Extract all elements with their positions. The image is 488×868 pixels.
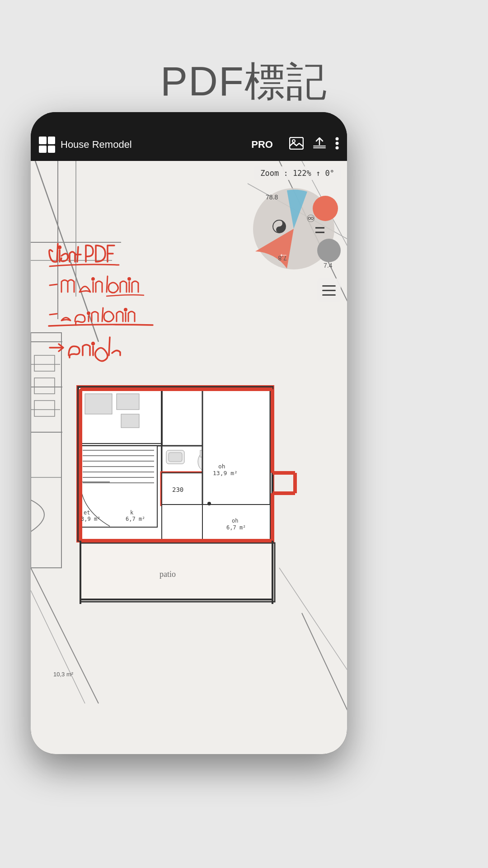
svg-rect-73 [80, 543, 275, 602]
handwriting-annotations [40, 231, 248, 387]
svg-text:oh: oh [218, 463, 225, 470]
svg-rect-2 [313, 146, 326, 146]
svg-point-4 [336, 137, 339, 140]
svg-rect-0 [290, 137, 303, 149]
svg-rect-64 [169, 453, 182, 462]
svg-text:6,7 m²: 6,7 m² [126, 516, 145, 522]
svg-text:♾: ♾ [306, 213, 315, 224]
svg-rect-50 [117, 394, 139, 410]
svg-text:oh: oh [232, 518, 238, 524]
svg-point-41 [92, 278, 94, 280]
svg-point-45 [92, 343, 94, 345]
pro-badge: PRO [251, 139, 273, 151]
header-icons [289, 137, 339, 153]
phone-frame: House Remodel PRO [31, 112, 347, 754]
hamburger-menu[interactable] [317, 278, 341, 302]
svg-rect-49 [85, 394, 112, 414]
svg-rect-51 [121, 414, 139, 428]
grid-icon[interactable] [39, 137, 55, 153]
svg-point-43 [88, 312, 90, 315]
svg-text:et: et [84, 509, 90, 516]
svg-rect-3 [313, 147, 326, 148]
svg-rect-71 [162, 505, 202, 541]
svg-text:7.8: 7.8 [278, 255, 287, 262]
svg-text:3,9 m²: 3,9 m² [81, 516, 100, 522]
svg-point-5 [336, 142, 339, 145]
svg-point-36 [313, 196, 338, 221]
svg-point-40 [59, 246, 61, 249]
svg-text:10,3 m²: 10,3 m² [53, 671, 74, 678]
app-name: House Remodel [61, 139, 246, 151]
svg-point-37 [317, 239, 341, 262]
svg-point-42 [128, 278, 131, 280]
svg-point-6 [336, 146, 339, 149]
svg-point-92 [207, 502, 211, 505]
svg-text:patio: patio [160, 570, 176, 579]
svg-point-44 [125, 309, 127, 311]
content-area: Zoom : 122% ↑ 0° → 78.8 ♾ [31, 161, 347, 754]
svg-text:6,7 m²: 6,7 m² [226, 524, 246, 531]
upload-icon[interactable] [313, 137, 326, 153]
svg-text:7.4: 7.4 [324, 262, 333, 269]
page-title: PDF標記 [0, 54, 488, 109]
floorplan: 230 patio 10,3 m² [49, 382, 311, 723]
svg-text:78.8: 78.8 [266, 193, 278, 201]
image-icon[interactable] [289, 137, 304, 153]
svg-text:k: k [130, 509, 134, 516]
status-bar [31, 112, 347, 128]
svg-text:230: 230 [172, 486, 183, 493]
more-icon[interactable] [335, 137, 339, 153]
svg-point-1 [292, 140, 295, 142]
radial-menu[interactable]: → 78.8 ♾ 7.4 7.8 [249, 179, 343, 274]
app-header: House Remodel PRO [31, 128, 347, 161]
svg-rect-54 [80, 446, 157, 527]
zoom-indicator: Zoom : 122% ↑ 0° [254, 166, 341, 180]
svg-text:13,9 m²: 13,9 m² [213, 470, 238, 476]
